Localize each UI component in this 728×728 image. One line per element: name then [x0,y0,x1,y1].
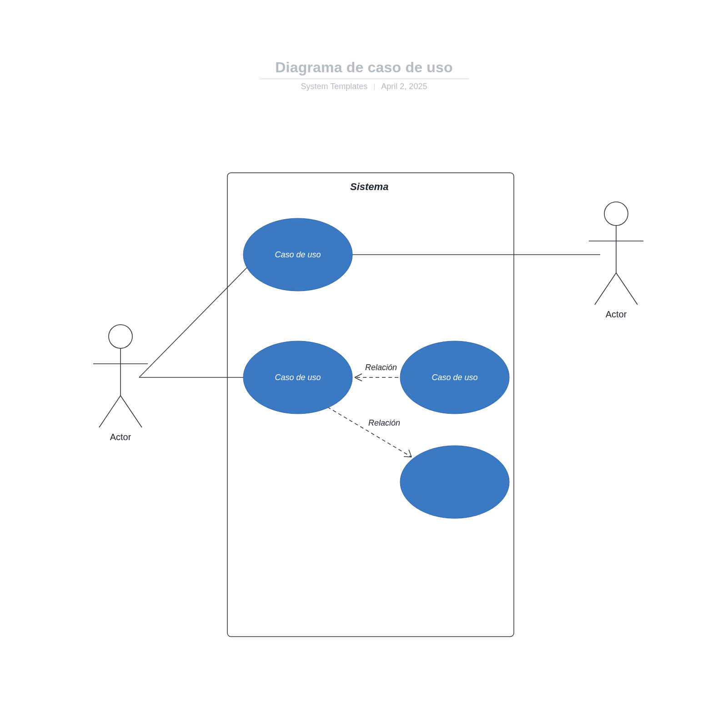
actor-left-label: Actor [110,432,131,442]
actor-left [93,325,148,427]
svg-line-4 [120,396,142,427]
system-label: Sistema [350,181,388,193]
usecase-3-label: Caso de uso [432,373,477,382]
svg-line-3 [99,396,120,427]
diagram-svg [0,0,728,728]
association-actorleft-uc1 [139,257,257,377]
actor-right-label: Actor [606,309,627,320]
relation-uc2-uc4 [327,407,412,457]
svg-line-8 [595,273,616,305]
svg-point-0 [109,325,132,348]
actor-right [589,202,643,305]
svg-point-5 [604,202,628,226]
usecase-4 [400,446,509,518]
relation-label-2: Relación [368,418,400,428]
relation-label-1: Relación [365,363,397,372]
svg-line-9 [616,273,638,305]
usecase-2-label: Caso de uso [275,373,321,382]
diagram-canvas: Diagrama de caso de uso System Templates… [0,0,728,728]
usecase-1-label: Caso de uso [275,250,321,260]
